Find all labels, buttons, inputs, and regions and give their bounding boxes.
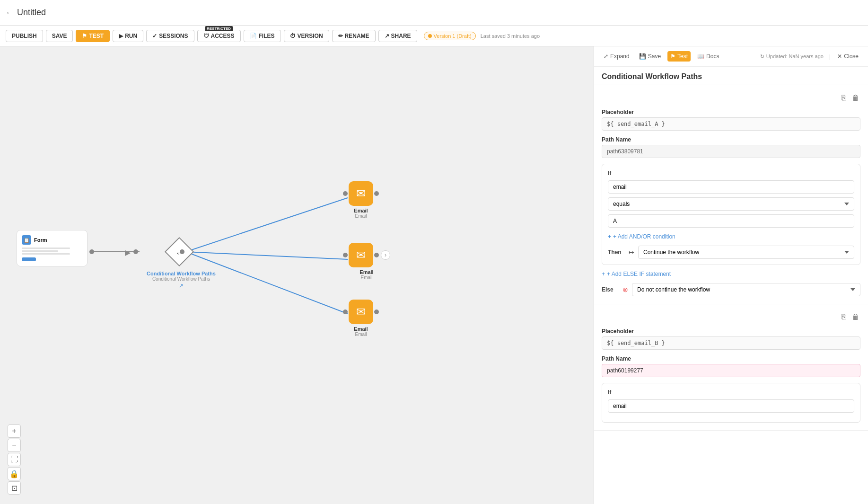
path-1-header: ⎘ 🗑 [602, 93, 860, 103]
conditional-sublabel: Conditional Workflow Paths [147, 276, 216, 282]
expand-button[interactable]: ⤢ Expand [601, 51, 632, 62]
version-icon: ⏱ [290, 33, 296, 39]
email-bot-sublabel: Email [343, 332, 379, 337]
copy-path-1-button[interactable]: ⎘ [841, 93, 847, 103]
sessions-button[interactable]: ✓ SESSIONS [146, 30, 194, 42]
form-node-title-label: Form [34, 237, 47, 243]
lock-button[interactable]: 🔒 [8, 467, 21, 480]
add-else-if-button-1[interactable]: + + Add ELSE IF statement [602, 267, 671, 279]
email-node-middle[interactable]: ✉ › Email Email [343, 243, 390, 280]
form-btn-small [22, 257, 36, 261]
panel-test-button[interactable]: ⚑ Test [667, 51, 691, 62]
expand-email-mid-button[interactable]: › [381, 250, 390, 260]
condition-block-2: If [602, 383, 860, 423]
zoom-in-button[interactable]: + [8, 424, 21, 438]
rename-button[interactable]: ✏ RENAME [332, 30, 376, 42]
test-button[interactable]: ⚑ TEST [76, 30, 110, 42]
add-condition-button-1[interactable]: + + Add AND/OR condition [608, 231, 675, 242]
close-button[interactable]: ✕ Close [834, 51, 861, 62]
rename-icon: ✏ [338, 33, 343, 39]
email-bot-label: Email [343, 326, 379, 332]
email-icon-bottom: ✉ [349, 300, 373, 324]
files-button[interactable]: 📄 FILES [244, 30, 281, 42]
form-node-card[interactable]: 📋 Form [17, 230, 88, 266]
restricted-badge: RESTRICTED [205, 26, 233, 31]
refresh-icon: ↻ [760, 53, 764, 60]
access-button[interactable]: 🛡 ACCESS [197, 30, 241, 42]
mini-map-button[interactable]: ⊡ [8, 481, 21, 495]
operator-select-1[interactable]: equalsnot equalscontainsstarts withends … [608, 197, 854, 211]
form-line-3 [22, 253, 70, 255]
conditional-node[interactable]: ⇌ Conditional Workflow Paths Conditional… [147, 241, 216, 289]
connector-email-bot-left [343, 309, 348, 314]
zoom-out-button[interactable]: − [8, 439, 21, 452]
toolbar: PUBLISH SAVE ⚑ TEST ▶ RUN ✓ SESSIONS RES… [0, 26, 868, 46]
share-button[interactable]: ↗ SHARE [378, 30, 417, 42]
path-1-name-row: Path Name [602, 136, 860, 158]
fit-button[interactable]: ⛶ [8, 453, 21, 466]
zoom-controls: + − ⛶ 🔒 ⊡ [8, 424, 21, 495]
save-icon: 💾 [639, 53, 646, 60]
placeholder-label-2: Placeholder [602, 328, 860, 335]
form-line-1 [22, 248, 70, 249]
version-badge: Version 1 (Draft) [424, 32, 476, 40]
form-btn-line [22, 257, 82, 261]
version-button[interactable]: ⏱ VERSION [284, 30, 329, 42]
path-2-header: ⎘ 🗑 [602, 312, 860, 322]
save-button[interactable]: SAVE [46, 30, 73, 42]
run-button[interactable]: ▶ RUN [113, 30, 143, 42]
test-flag-icon: ⚑ [670, 53, 675, 60]
email-icon-middle: ✉ [349, 243, 373, 267]
shield-icon: 🛡 [203, 33, 209, 39]
connector-before-diamond [133, 249, 138, 254]
version-dot [428, 34, 432, 38]
path-name-label-1: Path Name [602, 136, 860, 143]
email-top-sublabel: Email [343, 213, 379, 219]
else-label-1: Else [602, 286, 619, 293]
form-node[interactable]: 📋 Form Form Form [17, 230, 30, 245]
panel-save-button[interactable]: 💾 Save [636, 51, 664, 62]
files-icon: 📄 [250, 33, 257, 39]
placeholder-input-2[interactable] [602, 336, 860, 350]
canvas-connections [0, 46, 594, 504]
email-node-top[interactable]: ✉ Email Email [343, 181, 379, 219]
form-node-icon: 📋 [22, 235, 31, 245]
email-node-bottom[interactable]: ✉ Email Email [343, 300, 379, 337]
plus-else-icon-1: + [602, 271, 605, 277]
arrow-to-conditional: ▶ [125, 248, 131, 257]
connector-email-bot-right [374, 309, 379, 314]
conditional-open-icon[interactable]: ↗ [147, 283, 216, 289]
connector-form-right [89, 249, 94, 254]
then-arrow-icon: ↦ [629, 248, 634, 256]
if-label-2: If [608, 389, 854, 396]
path-block-1: ⎘ 🗑 Placeholder Path Name If equalsnot e… [594, 85, 868, 304]
connector-email-mid-left [343, 253, 348, 257]
publish-button[interactable]: PUBLISH [6, 30, 43, 42]
plus-icon-1: + [608, 233, 611, 240]
condition-compare-1[interactable] [608, 214, 854, 228]
condition-value-1[interactable] [608, 180, 854, 194]
connector-email-top-right [374, 191, 379, 196]
back-button[interactable]: ← [6, 9, 13, 17]
path-1-placeholder-row: Placeholder [602, 109, 860, 131]
condition-value-2[interactable] [608, 399, 854, 413]
placeholder-label-1: Placeholder [602, 109, 860, 115]
diamond-shape[interactable]: ⇌ [165, 237, 194, 266]
page-title: Untitled [17, 8, 46, 18]
delete-path-2-button[interactable]: 🗑 [851, 312, 860, 322]
workflow-canvas[interactable]: 📋 Form Form Form ▶ ⇌ [0, 46, 594, 504]
email-top-label: Email [343, 208, 379, 213]
docs-button[interactable]: 📖 Docs [694, 51, 722, 62]
email-mid-label: Email [343, 269, 390, 275]
then-select-1[interactable]: Continue the workflowStop the workflow [638, 246, 854, 259]
else-select-1[interactable]: Do not continue the workflowContinue the… [632, 283, 860, 296]
placeholder-input-1[interactable] [602, 117, 860, 131]
sessions-icon: ✓ [152, 33, 157, 39]
run-icon: ▶ [119, 33, 123, 39]
path-name-input-1[interactable] [602, 145, 860, 158]
delete-path-1-button[interactable]: 🗑 [851, 93, 860, 103]
path-name-input-2[interactable] [602, 364, 860, 377]
copy-path-2-button[interactable]: ⎘ [841, 312, 847, 322]
right-panel: ⤢ Expand 💾 Save ⚑ Test 📖 Docs ↻ Updated:… [594, 46, 868, 504]
back-icon: ← [6, 9, 13, 17]
